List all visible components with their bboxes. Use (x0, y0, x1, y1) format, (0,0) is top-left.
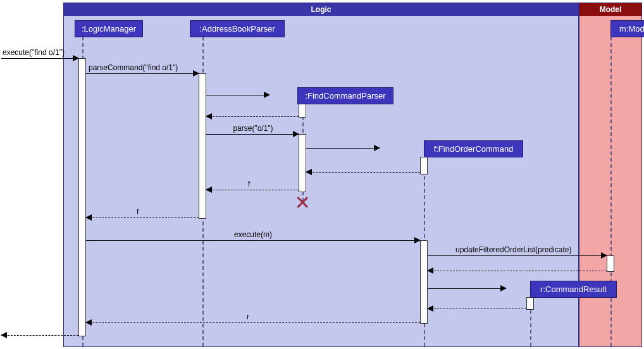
arrow-return-r (86, 322, 420, 323)
label-parse: parse("o/1") (228, 124, 278, 133)
arrow-create-foc (306, 148, 380, 149)
arrow-return-fcp-1 (206, 116, 299, 117)
frame-logic-label: Logic (64, 3, 578, 16)
arrow-parsecommand (86, 73, 199, 74)
participant-addressbookparser: :AddressBookParser (190, 20, 285, 37)
activation-findordercommand-1 (420, 157, 428, 174)
activation-findcommandparser-1 (299, 104, 306, 118)
arrow-return-external (1, 335, 78, 336)
arrow-return-model (428, 271, 607, 271)
label-updatefiltered: updateFilteredOrderList(predicate) (455, 245, 571, 254)
activation-commandresult (526, 297, 534, 310)
frame-model-label: Model (579, 3, 641, 16)
activation-logicmanager (78, 58, 86, 336)
label-execute-in: execute("find o/1") (3, 48, 65, 57)
label-return-f-abp: f (137, 207, 139, 216)
participant-model: m:Model (610, 20, 644, 37)
participant-findordercommand: f:FindOrderCommand (424, 140, 523, 157)
participant-commandresult: r:CommandResult (530, 281, 617, 298)
activation-findcommandparser-2 (299, 134, 306, 192)
arrow-return-f-abp (86, 217, 199, 218)
arrow-return-foc-1 (306, 172, 420, 173)
arrow-return-cr (428, 309, 526, 309)
participant-findcommandparser: :FindCommandParser (297, 87, 393, 104)
label-execute-m: execute(m) (228, 230, 278, 239)
arrow-create-fcp (206, 95, 269, 95)
arrow-execute-in (1, 58, 78, 59)
lifeline-model (610, 37, 612, 346)
arrow-create-cr (428, 288, 506, 289)
arrow-return-f-fcp (206, 190, 299, 190)
label-return-f-fcp: f (248, 180, 250, 188)
activation-model (607, 255, 614, 272)
arrow-execute-m (86, 240, 420, 241)
frame-logic: Logic (63, 3, 579, 347)
destroy-icon (295, 195, 309, 209)
label-parsecommand: parseCommand("find o/1") (89, 63, 178, 72)
label-return-r: r (247, 312, 249, 321)
activation-addressbookparser (199, 73, 206, 219)
arrow-parse (206, 134, 299, 135)
participant-logicmanager: :LogicManager (75, 20, 143, 37)
arrow-updatefiltered (428, 255, 607, 256)
